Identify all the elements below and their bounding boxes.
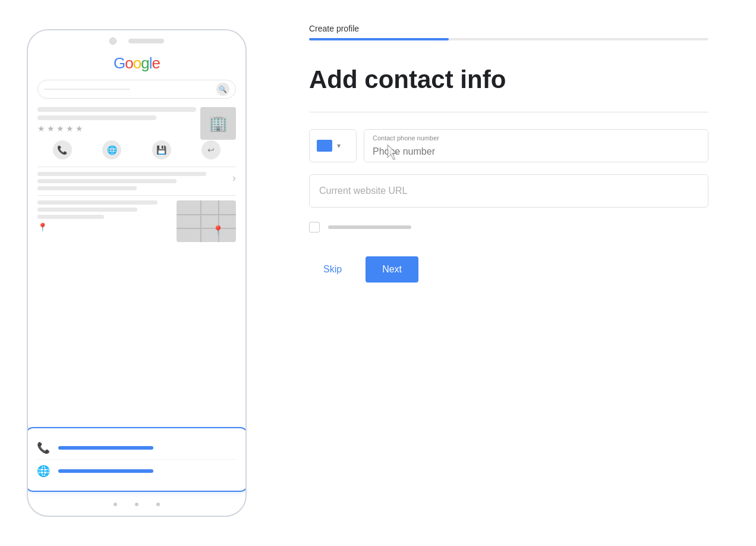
star: ★	[66, 124, 74, 133]
search-bar: 🔍	[37, 80, 236, 99]
phone-screen: Google 🔍 🏢 ★ ★ ★ ★ ★	[28, 49, 245, 498]
share-action-icon: ↩	[201, 140, 220, 159]
contact-website-line	[58, 469, 153, 473]
save-action-icon: 💾	[152, 140, 171, 159]
map-preview: 📍	[177, 200, 236, 242]
map-pin-icon: 📍	[212, 225, 224, 236]
next-button[interactable]: Next	[366, 256, 418, 283]
phone-floating-label: Contact phone number	[373, 134, 439, 142]
location-icon: 📍	[37, 222, 48, 232]
contact-card: 📞 🌐	[28, 427, 245, 492]
country-flag	[317, 140, 332, 152]
checkbox-row	[309, 222, 708, 233]
divider	[37, 167, 236, 167]
map-line	[177, 228, 236, 229]
star: ★	[37, 124, 45, 133]
map-text: 📍	[37, 200, 171, 242]
phone-speaker	[128, 39, 164, 43]
contact-card-phone-row: 📞	[37, 437, 237, 459]
page-title: Add contact info	[309, 65, 708, 94]
text-line	[37, 172, 206, 176]
star: ★	[75, 124, 83, 133]
content-line	[37, 115, 156, 120]
chevron-right-icon: ›	[232, 172, 236, 184]
progress-label: Create profile	[309, 24, 708, 33]
website-placeholder: Current website URL	[319, 186, 408, 196]
text-block-1: ›	[37, 172, 236, 190]
nav-dot	[114, 503, 117, 506]
content-line	[37, 107, 196, 112]
dropdown-arrow-icon: ▾	[337, 142, 341, 150]
checkbox[interactable]	[309, 222, 320, 233]
left-panel: Google 🔍 🏢 ★ ★ ★ ★ ★	[0, 0, 273, 546]
website-input-wrapper[interactable]: Current website URL	[309, 174, 708, 208]
google-logo: Google	[37, 54, 236, 73]
business-image: 🏢	[200, 107, 236, 140]
action-icons-row: 📞 🌐 💾 ↩	[37, 140, 236, 159]
country-selector[interactable]: ▾	[309, 129, 357, 162]
progress-fill	[309, 38, 449, 40]
checkbox-label-line	[328, 225, 411, 229]
phone-input-wrapper[interactable]: Contact phone number	[364, 129, 708, 162]
nav-dot	[156, 503, 160, 506]
search-icon: 🔍	[216, 83, 229, 96]
search-bar-line	[44, 89, 130, 90]
map-line	[177, 214, 236, 215]
phone-input[interactable]	[373, 146, 700, 157]
right-panel: Create profile Add contact info ▾ Contac…	[273, 0, 756, 546]
stars-row: ★ ★ ★ ★ ★	[37, 124, 194, 133]
contact-phone-icon: 📞	[37, 441, 50, 454]
globe-action-icon: 🌐	[102, 140, 121, 159]
map-lines	[177, 200, 236, 242]
content-section: 🏢 ★ ★ ★ ★ ★	[37, 107, 236, 133]
divider	[37, 195, 236, 196]
text-line	[37, 179, 177, 183]
contact-globe-icon: 🌐	[37, 465, 50, 478]
star: ★	[47, 124, 55, 133]
contact-card-website-row: 🌐	[37, 459, 237, 482]
contact-phone-line	[58, 446, 153, 450]
text-line	[37, 186, 137, 190]
text-line	[37, 215, 104, 219]
phone-mockup: Google 🔍 🏢 ★ ★ ★ ★ ★	[27, 29, 247, 517]
text-line	[37, 200, 158, 205]
phone-camera	[109, 37, 116, 45]
text-line	[37, 208, 137, 212]
progress-track	[309, 38, 708, 40]
star: ★	[56, 124, 64, 133]
progress-bar-container: Create profile	[309, 24, 708, 40]
map-section: 📍 📍	[37, 200, 236, 242]
map-line	[200, 200, 201, 242]
skip-button[interactable]: Skip	[309, 256, 356, 283]
phone-top-bar	[28, 30, 245, 49]
buttons-row: Skip Next	[309, 256, 708, 283]
phone-action-icon: 📞	[53, 140, 72, 159]
phone-field-row: ▾ Contact phone number	[309, 129, 708, 162]
form-divider	[309, 112, 708, 112]
nav-dot	[135, 503, 138, 506]
phone-bottom-bar	[28, 498, 245, 516]
